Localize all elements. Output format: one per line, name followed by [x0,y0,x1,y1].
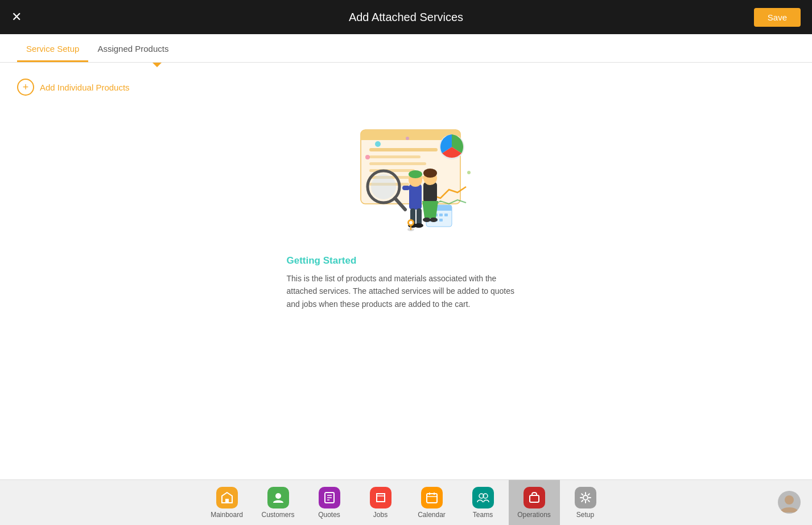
main-content: Service Setup Assigned Products + Add In… [0,34,812,479]
svg-point-43 [406,137,409,140]
svg-rect-52 [427,494,437,503]
svg-rect-3 [369,148,438,151]
tab-indicator-arrow [152,63,162,67]
svg-point-34 [423,218,431,222]
nav-items-container: Mainboard Customers Quotes Jobs Calendar [201,480,611,526]
teams-label: Teams [473,511,493,519]
add-individual-products-row[interactable]: + Add Individual Products [17,79,795,96]
quotes-label: Quotes [318,511,340,519]
user-avatar[interactable] [778,491,801,514]
content-area: + Add Individual Products [0,67,812,479]
quotes-icon [319,487,340,508]
svg-rect-5 [369,162,426,165]
svg-rect-31 [423,182,437,202]
getting-started-title: Getting Started [287,255,526,266]
add-products-circle-icon[interactable]: + [17,79,34,96]
jobs-label: Jobs [373,511,388,519]
svg-point-46 [275,493,281,499]
nav-item-teams[interactable]: Teams [457,480,509,526]
illustration-section: Getting Started This is the list of prod… [17,118,795,310]
nav-item-operations[interactable]: Operations [509,480,560,526]
svg-point-25 [409,170,422,178]
bottom-navigation: Mainboard Customers Quotes Jobs Calendar [0,479,812,525]
operations-icon [524,487,545,508]
svg-point-40 [375,141,381,147]
customers-label: Customers [261,511,294,519]
jobs-icon [370,487,391,508]
svg-point-35 [430,218,438,222]
nav-item-jobs[interactable]: Jobs [355,480,406,526]
nav-item-quotes[interactable]: Quotes [304,480,355,526]
illustration-image [327,118,486,238]
svg-point-38 [409,221,413,224]
svg-rect-30 [402,186,410,190]
svg-point-21 [371,174,396,199]
mainboard-label: Mainboard [211,511,243,519]
svg-rect-27 [417,208,422,225]
close-button[interactable]: ✕ [11,11,22,23]
setup-icon [575,487,596,508]
nav-item-calendar[interactable]: Calendar [406,480,457,526]
operations-label: Operations [517,511,551,519]
calendar-icon [421,487,443,508]
tabs-bar: Service Setup Assigned Products [0,34,812,63]
teams-icon [472,487,494,508]
svg-point-59 [583,495,588,500]
svg-rect-4 [369,155,421,158]
setup-label: Setup [576,511,594,519]
nav-item-customers[interactable]: Customers [253,480,304,526]
calendar-label: Calendar [418,511,446,519]
svg-rect-16 [444,214,448,216]
getting-started-description: This is the list of products and materia… [287,272,526,310]
tab-service-setup[interactable]: Service Setup [17,36,88,62]
nav-item-setup[interactable]: Setup [560,480,611,526]
nav-item-mainboard[interactable]: Mainboard [201,480,253,526]
header: ✕ Add Attached Services Save [0,0,812,34]
mainboard-icon [216,487,238,508]
svg-rect-15 [439,214,443,216]
svg-point-60 [785,495,794,505]
svg-point-33 [423,169,437,178]
svg-rect-58 [530,495,539,502]
customers-icon [267,487,289,508]
svg-rect-45 [225,499,229,503]
svg-rect-23 [409,184,422,210]
save-button[interactable]: Save [754,8,801,27]
add-products-label[interactable]: Add Individual Products [40,83,130,92]
svg-point-42 [467,171,471,174]
svg-point-29 [414,223,423,228]
svg-point-41 [365,155,370,159]
svg-rect-19 [439,219,443,222]
page-title: Add Attached Services [349,11,463,24]
getting-started-section: Getting Started This is the list of prod… [287,255,526,310]
tab-assigned-products[interactable]: Assigned Products [88,36,178,62]
